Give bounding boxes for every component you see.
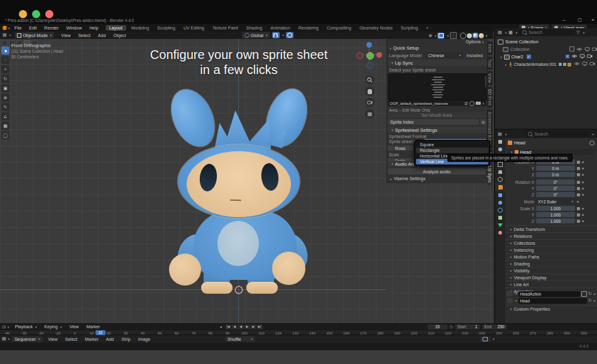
dropdown-option-rectangle[interactable]: Rectangle <box>416 147 488 153</box>
outliner-row-char2[interactable]: ▾ Char2 ✓ <box>499 53 531 60</box>
outliner-search-input[interactable]: Search <box>519 29 574 35</box>
section-relations[interactable]: ▸Relations <box>505 232 597 239</box>
sheet-file-name[interactable]: OGP_default_spritesheet_visemes <box>390 102 464 105</box>
outliner-row-armature[interactable]: ▸ CharacterArmature.001 <box>504 61 571 68</box>
sidebar-tab-tool[interactable]: Tool <box>487 56 493 70</box>
viewport-disable-icon[interactable] <box>582 62 588 66</box>
frame-end-field[interactable]: End250 <box>482 324 507 329</box>
lock-icon[interactable] <box>577 167 580 170</box>
animate-dot-icon[interactable] <box>582 181 584 183</box>
editor-type-icon[interactable]: ▤ <box>498 132 502 137</box>
set-mouth-area-button[interactable]: Set Mouth Area <box>388 112 486 118</box>
close-icon[interactable]: × <box>591 17 594 23</box>
rotation-z-field[interactable]: 0° <box>536 192 575 198</box>
slot-icon[interactable] <box>507 298 513 303</box>
scale-z-field[interactable]: 1.000 <box>536 218 575 224</box>
sidebar-tab-view[interactable]: View <box>487 71 493 85</box>
unlink-action-icon[interactable]: × <box>593 292 596 296</box>
unlink-slot-icon[interactable]: × <box>593 299 596 303</box>
tab-object[interactable] <box>495 183 505 191</box>
lock-icon[interactable] <box>577 173 580 176</box>
outliner-row-collection[interactable]: Collection <box>503 46 530 53</box>
animate-dot-icon[interactable] <box>582 208 584 210</box>
tab-physics[interactable] <box>495 206 505 214</box>
tab-world[interactable] <box>495 176 505 183</box>
dropdown-option-square[interactable]: Square <box>416 142 488 147</box>
location-y-field[interactable]: 0 m <box>536 166 575 171</box>
sequencer-menu-image[interactable]: Image <box>135 337 153 341</box>
pin-icon[interactable] <box>589 141 594 146</box>
animate-dot-icon[interactable] <box>582 168 584 169</box>
display-mode-icon[interactable]: ▦ <box>508 30 513 35</box>
timeline-menu-playback[interactable]: Playback ▾ <box>12 324 40 329</box>
scale-x-field[interactable]: 1.000 <box>536 206 575 211</box>
lock-icon[interactable] <box>577 161 580 164</box>
section-shading[interactable]: ▸Shading <box>505 260 597 267</box>
clock-icon[interactable]: ◷ <box>2 324 6 329</box>
section-custom-properties[interactable]: ▸ Custom Properties <box>505 305 597 312</box>
frame-start-field[interactable]: Start1 <box>455 324 480 329</box>
browse-id-icon[interactable] <box>469 101 474 106</box>
hide-eye-icon[interactable] <box>571 54 578 58</box>
timeline-playhead[interactable]: 15 <box>96 330 106 335</box>
play-button[interactable]: ▶ <box>244 324 250 329</box>
refresh-icon[interactable]: ↻ <box>588 291 592 296</box>
tab-particles[interactable] <box>495 199 505 206</box>
quick-setup-header[interactable]: ▾ Quick Setup <box>388 45 419 51</box>
lock-icon[interactable] <box>577 213 580 217</box>
rows-button[interactable]: Rows <box>388 146 413 151</box>
lock-icon[interactable] <box>577 193 580 196</box>
refresh-icon[interactable]: ↻ <box>588 298 592 303</box>
current-frame-field[interactable]: 15 <box>427 324 447 329</box>
render-disable-icon[interactable] <box>587 54 593 58</box>
timeline-menu-keying[interactable]: Keying ▾ <box>41 324 65 329</box>
rotation-x-field[interactable]: 0° <box>536 179 575 185</box>
record-button[interactable]: ● <box>220 325 222 329</box>
jump-to-start-button[interactable]: |◀ <box>226 324 231 329</box>
section-motion-paths[interactable]: ▸Motion Paths <box>505 253 597 260</box>
viseme-list-box[interactable] <box>388 73 488 100</box>
scale-y-field[interactable]: 1.000 <box>536 212 575 218</box>
options-button[interactable]: Options ▾ <box>466 40 484 44</box>
editor-type-icon[interactable]: ▤ <box>498 30 502 35</box>
tab-modifiers[interactable] <box>495 191 505 199</box>
tab-data[interactable] <box>495 222 505 229</box>
action-icon[interactable] <box>507 291 513 296</box>
action-name-field[interactable]: HeadAction <box>518 291 581 297</box>
tab-render[interactable] <box>495 146 505 153</box>
section-delta-transform[interactable]: ▸Delta Transform <box>505 225 597 232</box>
checkbox-icon[interactable]: ✓ <box>527 55 531 59</box>
sequencer-menu-select[interactable]: Select <box>62 337 80 341</box>
folder-icon[interactable] <box>476 102 481 105</box>
sequencer-overlay-toggle[interactable] <box>480 336 490 342</box>
sequencer-menu-marker[interactable]: Marker <box>82 337 102 341</box>
tab-material[interactable] <box>495 229 505 237</box>
lock-icon[interactable] <box>577 187 580 190</box>
tab-constraints[interactable] <box>495 214 505 222</box>
outliner-row-scene-collection[interactable]: Scene Collection <box>498 38 539 45</box>
tab-tool[interactable] <box>495 138 505 146</box>
filter-icon[interactable]: ▽ <box>576 30 579 35</box>
sheet-file-count-badge[interactable]: 2 <box>464 102 468 105</box>
sequencer-menu-view[interactable]: View <box>45 337 61 341</box>
slot-name-field[interactable]: Head <box>518 298 588 304</box>
next-keyframe-button[interactable]: ▶ <box>251 324 256 329</box>
rotation-mode-dropdown[interactable]: XYZ Euler ▾ <box>536 199 575 205</box>
sprite-index-slider[interactable]: Sprite Index <box>388 119 479 125</box>
animate-dot-icon[interactable] <box>582 174 584 176</box>
viewport-disable-icon[interactable] <box>579 54 585 58</box>
sequencer-view-type-dropdown[interactable]: Sequencer ▾ <box>12 336 42 342</box>
viseme-list-scrollbar[interactable] <box>485 76 486 87</box>
tab-scene[interactable] <box>495 168 505 176</box>
timeline-menu-view[interactable]: View <box>66 324 82 329</box>
properties-search-input[interactable]: Search <box>525 131 589 137</box>
animate-dot-icon[interactable] <box>582 220 584 222</box>
analyze-audio-button[interactable]: Analyze audio <box>388 168 486 174</box>
cursor-3d[interactable] <box>234 286 243 294</box>
sequencer-menu-strip[interactable]: Strip <box>118 337 133 341</box>
viewport-disable-icon[interactable] <box>584 47 590 51</box>
animate-dot-icon[interactable] <box>582 214 584 216</box>
sidebar-tab-item[interactable]: Item <box>487 41 493 55</box>
clear-file-icon[interactable]: × <box>482 102 485 105</box>
viseme-settings-header[interactable]: ▸ Viseme Settings <box>389 176 425 181</box>
